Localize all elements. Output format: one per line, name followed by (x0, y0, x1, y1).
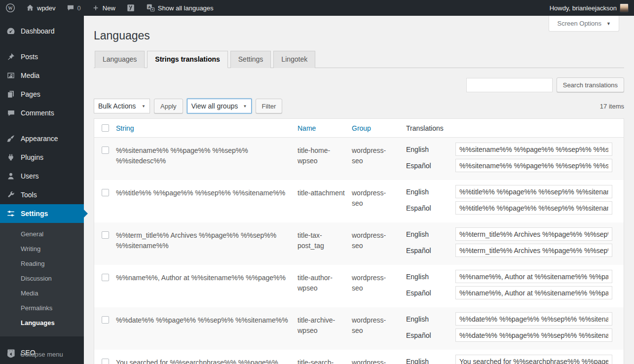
yoast-icon (126, 3, 135, 12)
language-label: English (406, 230, 455, 238)
group-cell: wordpress-seo (352, 269, 406, 302)
sidebar-item-pages[interactable]: Pages (0, 85, 84, 104)
translation-input[interactable] (455, 286, 612, 299)
site-name-menu[interactable]: wpdev (21, 0, 61, 16)
comment-bubble-icon (67, 4, 75, 12)
row-checkbox[interactable] (102, 146, 109, 154)
user-icon (6, 171, 16, 181)
translate-icon: A★ (146, 3, 155, 12)
translation-input[interactable] (455, 227, 612, 241)
screen-options-button[interactable]: Screen Options ▼ (549, 16, 619, 32)
sidebar-item-label: Tools (21, 190, 37, 199)
wp-logo-menu[interactable]: W (0, 0, 21, 16)
apply-button[interactable]: Apply (154, 99, 183, 113)
yoast-menu[interactable] (121, 0, 141, 16)
translation-input[interactable] (455, 312, 612, 326)
translation-input[interactable] (455, 201, 612, 215)
submenu-item-media[interactable]: Media (0, 286, 84, 301)
sidebar-item-plugins[interactable]: Plugins (0, 148, 84, 167)
language-label: English (406, 146, 455, 153)
submenu-item-general[interactable]: General (0, 227, 84, 242)
comments-icon (6, 108, 16, 118)
string-cell: %%sitename%% %%page%% %%sep%% %%sitedesc… (116, 142, 298, 175)
search-input[interactable] (466, 78, 553, 92)
submenu-item-permalinks[interactable]: Permalinks (0, 301, 84, 316)
translation-input[interactable] (455, 159, 612, 172)
translation-input[interactable] (455, 328, 612, 342)
search-translations-button[interactable]: Search translations (557, 77, 624, 92)
sidebar-item-settings[interactable]: Settings (0, 204, 84, 223)
submenu-item-writing[interactable]: Writing (0, 242, 84, 256)
row-checkbox[interactable] (102, 231, 109, 239)
submenu-item-reading[interactable]: Reading (0, 256, 84, 271)
sidebar-separator (0, 40, 84, 47)
column-header-group[interactable]: Group (352, 124, 371, 132)
sidebar-item-label: Users (21, 172, 39, 181)
translation-input[interactable] (455, 185, 612, 198)
admin-sidebar: Dashboard Posts Media Pages (0, 16, 84, 364)
submenu-item-discussion[interactable]: Discussion (0, 271, 84, 286)
row-checkbox[interactable] (102, 316, 109, 324)
language-label: English (406, 188, 455, 196)
tab-lingotek[interactable]: Lingotek (273, 51, 315, 68)
row-checkbox[interactable] (102, 359, 109, 364)
show-all-languages-menu[interactable]: A★ Show all languages (141, 0, 219, 16)
sidebar-item-tools[interactable]: Tools (0, 185, 84, 204)
search-row: Search translations (94, 77, 624, 92)
row-checkbox[interactable] (102, 189, 109, 196)
name-cell: title-search-wpseo (298, 354, 352, 364)
submenu-item-languages[interactable]: Languages (0, 316, 84, 330)
translation-input[interactable] (455, 270, 612, 283)
language-label: Español (406, 331, 455, 339)
nav-tabs: Languages Strings translations Settings … (94, 51, 624, 68)
column-header-string[interactable]: String (116, 124, 134, 132)
sidebar-item-appearance[interactable]: Appearance (0, 129, 84, 148)
dashboard-icon (6, 26, 16, 36)
strings-translations-table: String Name Group Translations %%sitenam… (94, 118, 624, 364)
name-cell: title-author-wpseo (298, 269, 352, 302)
items-count: 17 items (600, 103, 624, 110)
sidebar-item-label: Posts (21, 52, 38, 61)
collapse-menu-button[interactable]: Collapse menu (0, 344, 84, 364)
wrench-icon (6, 190, 16, 200)
string-cell: %%date%% %%page%% %%sep%% %%sitename%% (116, 311, 298, 345)
toolbar: Bulk Actions Apply View all groups Filte… (94, 99, 624, 113)
translation-input[interactable] (455, 143, 612, 156)
sidebar-item-dashboard[interactable]: Dashboard (0, 22, 84, 40)
table-row: %%date%% %%page%% %%sep%% %%sitename%% t… (94, 307, 624, 350)
plug-icon (6, 152, 16, 162)
bulk-actions-select[interactable]: Bulk Actions (94, 99, 150, 113)
tab-strings-translations[interactable]: Strings translations (147, 51, 227, 68)
tab-languages[interactable]: Languages (95, 51, 145, 68)
column-header-name[interactable]: Name (298, 124, 316, 132)
select-all-checkbox[interactable] (102, 124, 109, 132)
sidebar-separator (0, 336, 84, 343)
sidebar-item-label: Settings (21, 209, 48, 218)
group-cell: wordpress-seo (352, 142, 406, 175)
sidebar-item-label: Comments (21, 109, 54, 117)
translation-input[interactable] (455, 244, 612, 257)
groups-filter-select[interactable]: View all groups (187, 99, 252, 113)
wordpress-logo-icon: W (5, 3, 15, 13)
new-menu[interactable]: New (86, 0, 121, 16)
tab-settings[interactable]: Settings (230, 51, 271, 68)
site-name-label: wpdev (37, 4, 56, 12)
group-cell: wordpress-seo (352, 354, 406, 364)
group-cell: wordpress-seo (352, 184, 406, 218)
paintbrush-icon (6, 134, 16, 144)
sidebar-item-users[interactable]: Users (0, 167, 84, 185)
show-all-languages-label: Show all languages (158, 4, 214, 12)
sidebar-item-comments[interactable]: Comments (0, 104, 84, 122)
settings-sliders-icon (6, 209, 16, 218)
sidebar-item-media[interactable]: Media (0, 66, 84, 85)
sidebar-item-label: Appearance (21, 134, 58, 143)
sidebar-item-posts[interactable]: Posts (0, 47, 84, 66)
howdy-menu[interactable]: Howdy, brianleejackson (544, 0, 634, 16)
translation-input[interactable] (455, 355, 612, 364)
row-checkbox[interactable] (102, 274, 109, 281)
name-cell: title-archive-wpseo (298, 311, 352, 345)
filter-button[interactable]: Filter (256, 99, 283, 113)
comments-menu[interactable]: 0 (61, 0, 86, 16)
main-content: Screen Options ▼ Languages Languages Str… (84, 16, 634, 364)
admin-bar-left: W wpdev 0 New A★ (0, 0, 219, 16)
